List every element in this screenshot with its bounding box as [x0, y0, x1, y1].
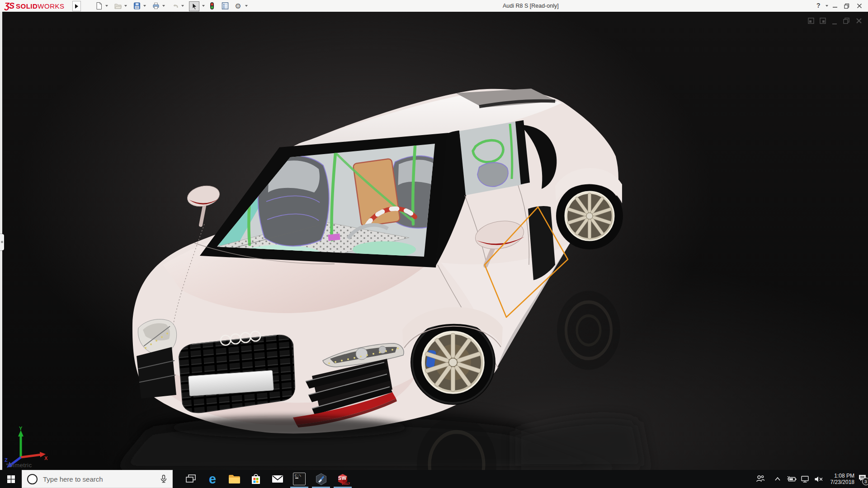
store-button[interactable]: [245, 470, 267, 488]
people-icon: [756, 475, 765, 483]
help-caret[interactable]: [826, 5, 828, 7]
hexagon-app-button[interactable]: [310, 470, 332, 488]
solidworks-window: ƷS SOLID WORKS ⚙ Audi: [0, 0, 868, 488]
restore-icon: [844, 3, 850, 9]
doc-pane-right-button[interactable]: [819, 17, 826, 26]
options-button[interactable]: ⚙: [233, 1, 243, 10]
doc-close-button[interactable]: [855, 17, 863, 26]
window-title: Audi R8 S [Read-only]: [503, 3, 559, 9]
file-properties-icon: [221, 2, 229, 10]
undo-button[interactable]: [170, 1, 179, 10]
feature-panel-collapsed-tab[interactable]: [0, 234, 4, 250]
flyout-arrow-icon: [75, 4, 78, 9]
file-properties-button[interactable]: [220, 1, 230, 10]
start-button[interactable]: [0, 470, 22, 488]
edge-button[interactable]: e: [202, 470, 223, 488]
chevron-up-icon: [774, 477, 781, 481]
network-tray-button[interactable]: [798, 470, 812, 488]
new-document-caret[interactable]: [105, 5, 108, 7]
clock-date: 7/23/2018: [830, 479, 854, 485]
doc-minimize-button[interactable]: [832, 19, 838, 27]
minimize-button[interactable]: [832, 3, 838, 11]
taskbar-search-box[interactable]: [22, 470, 173, 488]
save-icon: [133, 2, 141, 10]
new-document-button[interactable]: [94, 1, 104, 10]
minimize-icon: [832, 3, 838, 9]
microphone-icon[interactable]: [160, 474, 168, 483]
show-hidden-icons-button[interactable]: [771, 470, 784, 488]
restore-button[interactable]: [844, 3, 850, 11]
ds-logo-mark: ƷS: [5, 1, 14, 11]
traffic-light-icon: [208, 2, 216, 10]
car-body: [132, 89, 623, 438]
svg-text:X: X: [44, 455, 48, 461]
mail-icon: [272, 474, 283, 483]
save-caret[interactable]: [143, 5, 146, 7]
close-icon: [856, 3, 863, 9]
file-explorer-icon: [228, 474, 241, 484]
solidworks-2017-icon: SW 2017: [337, 473, 349, 485]
battery-tray-button[interactable]: [785, 470, 798, 488]
save-button[interactable]: [132, 1, 142, 10]
solidworks-logo: ƷS SOLID WORKS: [5, 1, 65, 11]
left-mirror: [185, 183, 222, 225]
print-caret[interactable]: [162, 5, 165, 7]
graphics-area[interactable]: Y X Z *Dimetric: [0, 12, 868, 470]
select-tool-button[interactable]: [189, 1, 199, 11]
open-caret[interactable]: [124, 5, 127, 7]
search-input[interactable]: [42, 475, 160, 483]
gear-icon: ⚙: [235, 2, 241, 10]
windows-taskbar: e C:\ SW 2017: [0, 470, 868, 488]
doc-restore-icon: [843, 17, 850, 24]
select-cursor-icon: [190, 2, 198, 10]
view-orientation-label: *Dimetric: [6, 462, 32, 469]
edge-icon: e: [209, 473, 216, 486]
pane-right-icon: [819, 17, 826, 24]
help-button[interactable]: ?: [816, 2, 821, 9]
close-button[interactable]: [856, 3, 863, 11]
rear-wheel: [556, 183, 623, 249]
doc-minimize-icon: [832, 21, 838, 25]
options-caret[interactable]: [245, 5, 248, 7]
volume-tray-button[interactable]: [812, 470, 826, 488]
print-icon: [152, 2, 160, 10]
network-icon: [801, 475, 810, 483]
mail-button[interactable]: [267, 470, 288, 488]
svg-text:Y: Y: [19, 427, 23, 431]
select-tool-caret[interactable]: [202, 5, 205, 7]
clock[interactable]: 1:08 PM 7/23/2018: [826, 470, 854, 488]
doc-pane-left-button[interactable]: [807, 17, 815, 26]
command-prompt-button[interactable]: C:\: [288, 470, 310, 488]
open-folder-icon: [114, 2, 122, 10]
left-air-intake: [137, 347, 176, 399]
undo-caret[interactable]: [181, 5, 184, 7]
task-view-icon: [185, 474, 196, 484]
undo-icon: [171, 2, 179, 10]
file-explorer-button[interactable]: [223, 470, 245, 488]
solidworks-2017-button[interactable]: SW 2017: [332, 470, 354, 488]
volume-muted-icon: [814, 476, 823, 483]
notification-badge: 3: [862, 478, 868, 485]
doc-close-icon: [855, 17, 863, 24]
rebuild-button[interactable]: [207, 1, 217, 10]
command-prompt-icon: C:\: [293, 473, 306, 485]
panel-tab-handle-icon: [1, 241, 3, 243]
windows-logo-icon: [7, 475, 15, 483]
cortana-icon: [27, 474, 38, 484]
pane-left-icon: [807, 17, 815, 24]
menu-flyout-button[interactable]: [72, 1, 81, 11]
task-view-button[interactable]: [180, 470, 202, 488]
doc-restore-button[interactable]: [843, 17, 850, 26]
car-3d-model[interactable]: [0, 12, 868, 470]
battery-charging-icon: [787, 475, 797, 483]
clock-time: 1:08 PM: [834, 473, 854, 479]
store-icon: [250, 474, 261, 485]
print-button[interactable]: [151, 1, 160, 10]
hexagon-app-icon: [315, 473, 327, 485]
action-center-button[interactable]: 3: [856, 470, 868, 488]
people-button[interactable]: [752, 470, 769, 488]
open-button[interactable]: [113, 1, 123, 10]
title-bar: ƷS SOLID WORKS ⚙ Audi: [0, 0, 868, 12]
new-document-icon: [95, 2, 103, 10]
